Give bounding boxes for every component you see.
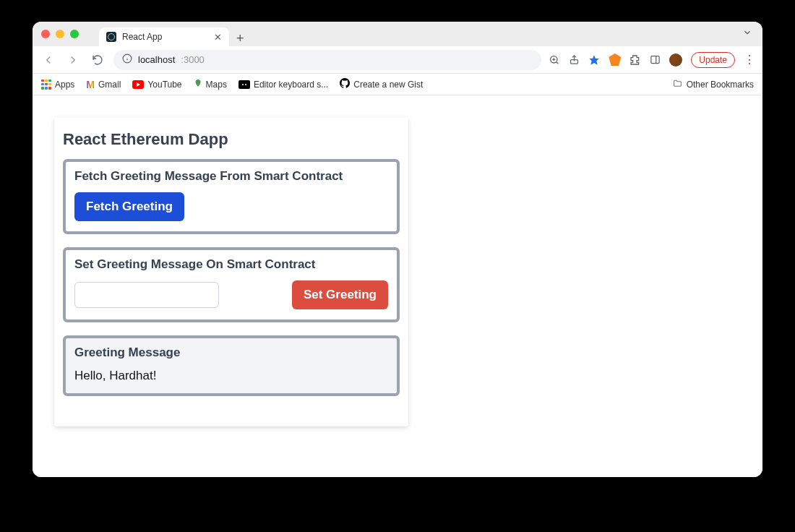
profile-avatar-icon[interactable] xyxy=(669,53,682,66)
bookmark-other[interactable]: Other Bookmarks xyxy=(672,79,754,90)
url-port: :3000 xyxy=(181,54,205,65)
url-host: localhost xyxy=(138,54,175,65)
bookmark-gmail-label: Gmail xyxy=(98,80,121,90)
bookmark-maps[interactable]: Maps xyxy=(194,78,227,90)
fetch-greeting-button[interactable]: Fetch Greeting xyxy=(74,192,184,221)
address-field[interactable]: localhost:3000 xyxy=(113,50,541,70)
bookmark-apps[interactable]: Apps xyxy=(41,80,74,90)
devto-icon xyxy=(239,80,250,89)
browser-menu-icon[interactable]: ⋮ xyxy=(744,53,755,66)
app-card: React Ethereum Dapp Fetch Greeting Messa… xyxy=(54,117,408,426)
site-info-icon[interactable] xyxy=(122,53,132,66)
titlebar: React App ✕ + xyxy=(33,22,762,46)
nav-forward-icon[interactable] xyxy=(64,51,82,69)
browser-tab[interactable]: React App ✕ xyxy=(99,27,229,46)
sidepanel-icon[interactable] xyxy=(650,54,661,65)
bookmark-youtube[interactable]: YouTube xyxy=(132,80,181,90)
bookmark-gist[interactable]: Create a new Gist xyxy=(340,78,423,90)
tab-strip: React App ✕ + xyxy=(99,22,252,46)
set-heading: Set Greeting Message On Smart Contract xyxy=(74,257,388,272)
folder-icon xyxy=(672,79,683,90)
bookmark-youtube-label: YouTube xyxy=(147,80,181,90)
github-icon xyxy=(340,78,350,90)
minimize-window-icon[interactable] xyxy=(56,30,64,38)
close-tab-icon[interactable]: ✕ xyxy=(214,32,222,43)
set-greeting-button[interactable]: Set Greeting xyxy=(292,280,388,309)
gmail-icon: M xyxy=(86,79,95,90)
react-favicon-icon xyxy=(106,32,116,42)
greeting-input[interactable] xyxy=(74,282,219,308)
update-button[interactable]: Update xyxy=(691,52,735,68)
fetch-heading: Fetch Greeting Message From Smart Contra… xyxy=(74,169,388,184)
result-value: Hello, Hardhat! xyxy=(74,369,388,383)
bookmark-apps-label: Apps xyxy=(55,80,74,90)
share-icon[interactable] xyxy=(569,54,580,65)
app-title: React Ethereum Dapp xyxy=(54,117,408,159)
bookmark-editor-label: Editor keyboard s... xyxy=(254,80,328,90)
new-tab-button[interactable]: + xyxy=(229,31,252,46)
bookmark-star-icon[interactable] xyxy=(588,54,600,66)
maximize-window-icon[interactable] xyxy=(70,30,79,38)
reload-icon[interactable] xyxy=(89,51,106,69)
youtube-icon xyxy=(132,80,144,89)
nav-back-icon[interactable] xyxy=(40,51,57,69)
bookmark-other-label: Other Bookmarks xyxy=(687,80,754,90)
svg-line-6 xyxy=(556,61,559,64)
toolbar-icons: Update ⋮ xyxy=(549,52,755,68)
svg-marker-8 xyxy=(590,55,599,64)
apps-grid-icon xyxy=(41,80,51,90)
extensions-icon[interactable] xyxy=(629,54,641,66)
metamask-extension-icon[interactable] xyxy=(609,53,621,66)
svg-point-11 xyxy=(197,81,199,83)
bookmark-editor[interactable]: Editor keyboard s... xyxy=(239,80,328,90)
expand-tabs-icon[interactable] xyxy=(742,27,752,40)
bookmarks-bar: Apps M Gmail YouTube Maps Editor keyboar… xyxy=(33,74,762,95)
bookmark-gist-label: Create a new Gist xyxy=(353,80,423,90)
page-viewport: React Ethereum Dapp Fetch Greeting Messa… xyxy=(33,95,762,477)
set-panel: Set Greeting Message On Smart Contract S… xyxy=(63,247,400,322)
fetch-panel: Fetch Greeting Message From Smart Contra… xyxy=(63,159,400,234)
bookmark-maps-label: Maps xyxy=(206,80,227,90)
tab-title: React App xyxy=(122,32,208,42)
browser-window: React App ✕ + localhost:3000 xyxy=(33,22,762,477)
traffic-lights xyxy=(41,30,79,38)
close-window-icon[interactable] xyxy=(41,30,50,38)
result-heading: Greeting Message xyxy=(74,346,388,360)
result-panel: Greeting Message Hello, Hardhat! xyxy=(63,335,400,396)
bookmark-gmail[interactable]: M Gmail xyxy=(86,79,121,90)
maps-pin-icon xyxy=(194,78,202,90)
zoom-icon[interactable] xyxy=(549,54,560,66)
svg-rect-9 xyxy=(651,56,659,64)
url-bar: localhost:3000 Update ⋮ xyxy=(33,46,762,74)
